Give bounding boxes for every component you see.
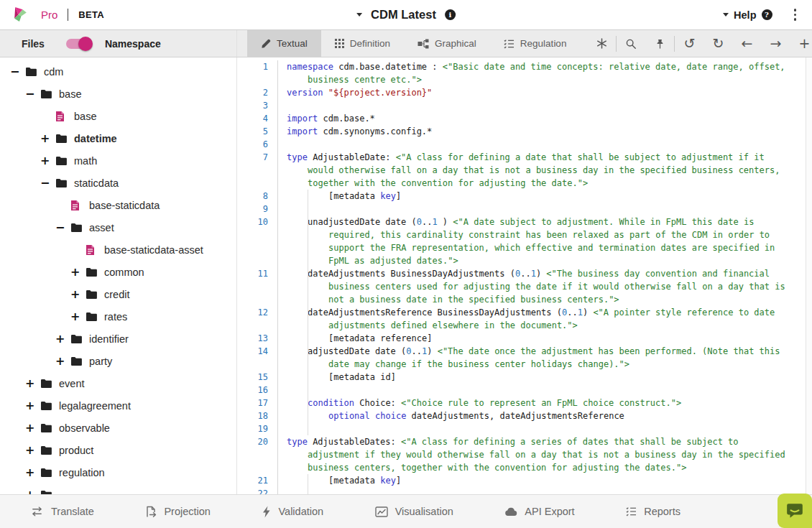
indent-guide <box>308 203 308 216</box>
tree-folder-asset[interactable]: −asset <box>0 216 236 238</box>
tab-textual[interactable]: Textual <box>247 30 321 57</box>
pin-icon[interactable] <box>645 38 674 50</box>
code-text[interactable]: unadjustedDate date (0..1 ) <"A date sub… <box>278 216 799 267</box>
code-text[interactable]: dateAdjustments BusinessDayAdjustments (… <box>278 267 799 306</box>
tree-folder-event[interactable]: +event <box>0 372 236 394</box>
code-text[interactable]: import cdm.synonyms.config.* <box>278 125 799 138</box>
code-text[interactable]: optional choice dateAdjustments, dateAdj… <box>278 409 799 422</box>
visualisation-button[interactable]: Visualisation <box>375 506 453 517</box>
collapse-toggle-icon[interactable]: − <box>40 176 55 190</box>
tree-folder-product[interactable]: +product <box>0 439 236 461</box>
arrow-right-icon[interactable]: → <box>761 37 790 50</box>
code-text[interactable]: [metadata reference] <box>278 332 799 345</box>
collapse-toggle-icon[interactable]: − <box>25 87 40 101</box>
kebab-menu-icon[interactable] <box>791 6 800 24</box>
indent-guide <box>308 332 308 345</box>
reports-button[interactable]: Reports <box>626 506 680 517</box>
code-text[interactable]: [metadata key] <box>278 190 799 203</box>
expand-toggle-icon[interactable]: + <box>70 310 86 323</box>
code-text[interactable]: version "${project.version}" <box>278 86 799 99</box>
folder-icon <box>55 178 73 188</box>
code-text[interactable]: namespace cdm.base.datetime : <"Basic da… <box>278 60 799 86</box>
tree-folder-clipped[interactable]: + <box>0 483 236 494</box>
code-text[interactable]: [metadata key] <box>278 474 799 487</box>
chat-launcher-button[interactable] <box>778 494 812 528</box>
redo-icon[interactable]: ↻ <box>703 37 732 50</box>
code-text[interactable]: import cdm.base.* <box>278 112 799 125</box>
tree-folder-cdm[interactable]: −cdm <box>0 60 236 83</box>
expand-toggle-icon[interactable]: + <box>70 265 86 279</box>
code-text[interactable] <box>278 487 799 494</box>
tree-file-base-staticdata-asset[interactable]: base-staticdata-asset <box>0 238 236 261</box>
indent-guide <box>308 190 308 203</box>
expand-toggle-icon[interactable]: + <box>25 376 40 390</box>
projection-button[interactable]: Projection <box>145 506 210 518</box>
tree-folder-regulation[interactable]: +regulation <box>0 461 236 483</box>
expand-toggle-icon[interactable]: + <box>25 466 40 479</box>
tree-folder-math[interactable]: +math <box>0 149 236 172</box>
tree-folder-base[interactable]: −base <box>0 83 236 105</box>
tab-graphical[interactable]: Graphical <box>404 30 490 57</box>
tab-regulation[interactable]: Regulation <box>490 30 581 57</box>
help-menu[interactable]: Help ? <box>723 9 772 21</box>
code-text[interactable]: adjustedDate date (0..1) <"The date once… <box>278 345 799 371</box>
tree-folder-credit[interactable]: +credit <box>0 283 236 305</box>
tree-folder-legalagreement[interactable]: +legalagreement <box>0 394 236 417</box>
code-text[interactable] <box>278 203 799 216</box>
tree-folder-staticdata[interactable]: −staticdata <box>0 172 236 194</box>
code-text[interactable] <box>278 138 799 151</box>
code-text[interactable]: [metadata id] <box>278 371 799 384</box>
expand-toggle-icon[interactable]: + <box>25 421 40 435</box>
code-text[interactable] <box>278 384 799 397</box>
search-icon[interactable] <box>617 38 645 50</box>
tree-item-label: base-staticdata-asset <box>104 244 203 256</box>
tree-folder-datetime[interactable]: +datetime <box>0 127 236 149</box>
code-line: 21[metadata key] <box>237 474 812 487</box>
folder-icon <box>86 312 103 322</box>
undo-icon[interactable]: ↺ <box>675 37 703 50</box>
expand-toggle-icon[interactable]: + <box>25 399 40 412</box>
translate-button[interactable]: Translate <box>30 506 94 517</box>
expand-toggle-icon[interactable]: + <box>55 354 70 368</box>
code-text[interactable]: dateAdjustmentsReference BusinessDayAdju… <box>278 306 799 332</box>
expand-toggle-icon[interactable]: + <box>25 443 40 457</box>
folder-icon <box>86 267 103 277</box>
code-text[interactable] <box>278 99 799 112</box>
project-selector[interactable]: CDM Latest i <box>356 8 456 22</box>
code-text[interactable]: type AdjustableDate: <"A class for defin… <box>278 151 799 190</box>
plus-icon[interactable]: + <box>790 37 812 50</box>
code-text[interactable] <box>278 422 799 435</box>
tree-folder-identifier[interactable]: +identifier <box>0 328 236 350</box>
line-number: 19 <box>237 422 278 435</box>
tree-folder-common[interactable]: +common <box>0 261 236 283</box>
arrow-left-icon[interactable]: ← <box>732 37 761 50</box>
tree-folder-observable[interactable]: +observable <box>0 417 236 439</box>
collapse-toggle-icon[interactable]: − <box>55 221 70 234</box>
tree-folder-rates[interactable]: +rates <box>0 305 236 328</box>
collapse-toggle-icon[interactable]: − <box>10 65 25 78</box>
tree-file-base[interactable]: base <box>0 105 236 127</box>
code-line: 2version "${project.version}" <box>237 86 812 99</box>
tree-item-label: base <box>74 111 96 122</box>
info-icon[interactable]: i <box>445 9 456 20</box>
api-export-button[interactable]: API Export <box>504 506 574 517</box>
asterisk-icon[interactable] <box>587 37 616 50</box>
tree-file-base-staticdata[interactable]: base-staticdata <box>0 194 236 216</box>
expand-toggle-icon[interactable]: + <box>70 287 86 301</box>
expand-toggle-icon[interactable]: + <box>55 332 70 346</box>
files-namespace-toggle[interactable] <box>66 39 91 49</box>
tab-definition[interactable]: Definition <box>321 30 404 57</box>
code-text[interactable]: condition Choice: <"Choice rule to repre… <box>278 397 799 409</box>
validation-button[interactable]: Validation <box>262 506 323 518</box>
expand-toggle-icon[interactable]: + <box>40 154 55 167</box>
line-number: 22 <box>237 487 278 494</box>
top-header: Pro BETA CDM Latest i Help ? <box>0 0 812 30</box>
line-number: 10 <box>237 216 278 267</box>
code-text[interactable]: type AdjustableDates: <"A class for defi… <box>278 435 799 474</box>
editor-scrollbar[interactable] <box>806 57 812 494</box>
tree-mode-switcher: Files Namespace <box>0 30 237 57</box>
expand-toggle-icon[interactable]: + <box>25 488 40 494</box>
tree-folder-party[interactable]: +party <box>0 350 236 372</box>
line-number: 15 <box>237 371 278 384</box>
expand-toggle-icon[interactable]: + <box>40 131 55 145</box>
